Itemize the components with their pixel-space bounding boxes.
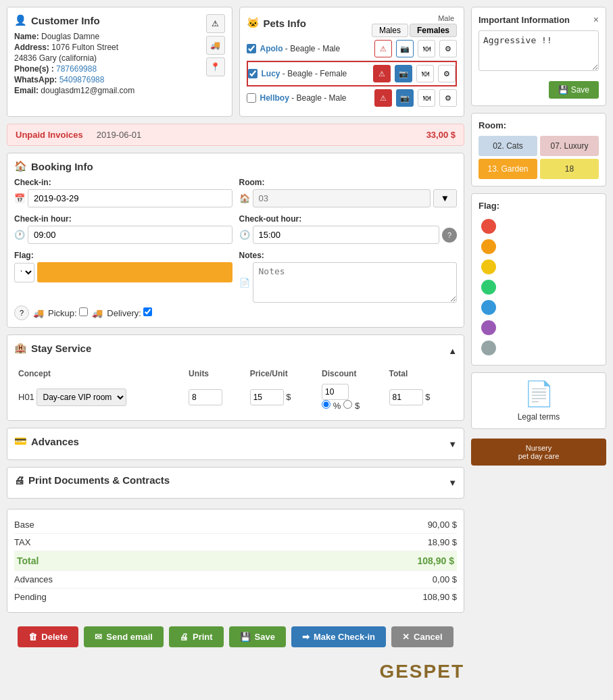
pet-camera-lucy[interactable]: 📷: [395, 65, 412, 82]
customer-alert-btn[interactable]: ⚠: [206, 14, 225, 33]
pet-settings-hellboy[interactable]: ⚙: [439, 89, 457, 107]
checkin-button[interactable]: ➡ Make Check-in: [291, 626, 386, 647]
legal-card[interactable]: 📄 Legal terms: [471, 372, 606, 429]
pet-camera-hellboy[interactable]: 📷: [396, 89, 414, 107]
tax-value: 18,90 $: [428, 537, 457, 547]
customer-whatsapp-link[interactable]: 5409876988: [59, 75, 105, 84]
checkout-hour-group: Check-out hour: 🕐 ?: [239, 214, 458, 244]
service-total-input[interactable]: [389, 389, 423, 405]
pet-name-hellboy: Hellboy - Beagle - Male: [260, 93, 371, 103]
notes-textarea[interactable]: [253, 262, 458, 303]
service-select[interactable]: Day-care VIP room: [36, 389, 126, 406]
cancel-button[interactable]: ✕ Cancel: [391, 626, 453, 647]
summary-pending-row: Pending 108,90 $: [14, 589, 457, 605]
checkin-hour-group: Check-in hour: 🕐: [14, 214, 232, 244]
save-button[interactable]: 💾 Save: [229, 626, 286, 647]
flag-circle-blue[interactable]: [481, 300, 496, 315]
base-label: Base: [14, 520, 34, 530]
pet-row-apolo: Apolo - Beagle - Male ⚠ 📷 🍽 ⚙: [247, 37, 458, 61]
customer-phone-link[interactable]: 787669988: [56, 64, 97, 74]
send-email-button[interactable]: ✉ Send email: [84, 626, 164, 647]
summary-advances-row: Advances 0,00 $: [14, 571, 457, 589]
pet-alert-hellboy[interactable]: ⚠: [374, 89, 392, 107]
important-info-textarea[interactable]: Aggressive !!: [479, 30, 599, 71]
pending-label: Pending: [14, 592, 47, 602]
customer-truck-btn[interactable]: 🚚: [206, 36, 225, 55]
pet-menu-lucy[interactable]: 🍽: [416, 65, 434, 82]
flag-select[interactable]: ▼: [14, 263, 34, 282]
checkout-hour-input-row: 🕐 ?: [239, 226, 458, 244]
customer-location-btn[interactable]: 📍: [206, 57, 225, 76]
pet-alert-lucy[interactable]: ⚠: [373, 65, 391, 82]
stay-service-section: 🏨 Stay Service ▲ Concept Units Price/Uni…: [7, 334, 464, 421]
stay-service-title: 🏨 Stay Service: [14, 342, 91, 354]
gender-display: Male: [438, 14, 454, 22]
summary-total-row: Total 108,90 $: [14, 551, 457, 571]
customer-actions: ⚠ 🚚 📍: [206, 14, 225, 76]
print-header[interactable]: 🖨 Print Documents & Contracts ▼: [14, 474, 457, 491]
summary-tax-row: TAX 18,90 $: [14, 534, 457, 551]
pet-menu-apolo[interactable]: 🍽: [418, 40, 435, 57]
save-important-icon: 💾: [558, 85, 568, 95]
customer-info-section: 👤 Customer Info ⚠ 🚚 📍 Name: Douglas Damn…: [7, 7, 232, 117]
important-close-btn[interactable]: ×: [593, 14, 599, 25]
room-input[interactable]: [253, 189, 431, 207]
room-cats[interactable]: 02. Cats: [479, 136, 537, 156]
checkin-hour-input[interactable]: [28, 226, 232, 244]
males-tab[interactable]: Males: [372, 24, 408, 37]
pet-camera-apolo[interactable]: 📷: [396, 40, 414, 57]
pickup-label: Pickup:: [48, 307, 88, 318]
room-dropdown-btn[interactable]: ▼: [433, 189, 457, 207]
checkout-hour-input[interactable]: [253, 226, 440, 244]
room-luxury[interactable]: 07. Luxury: [540, 136, 599, 156]
pet-menu-hellboy[interactable]: 🍽: [418, 89, 435, 107]
gespet-text: GESPET: [379, 661, 464, 682]
pet-alert-apolo[interactable]: ⚠: [374, 40, 392, 57]
flag-circle-gray[interactable]: [481, 341, 496, 355]
calendar-icon: 📅: [14, 193, 25, 203]
flag-circle-orange[interactable]: [481, 239, 496, 254]
advances-value: 0,00 $: [433, 574, 457, 584]
col-total: Total: [385, 366, 458, 381]
important-save-btn[interactable]: 💾 Save: [549, 81, 599, 99]
pet-checkbox-hellboy[interactable]: [247, 93, 256, 103]
delete-button[interactable]: 🗑 Delete: [18, 626, 78, 647]
delivery-checkbox[interactable]: [143, 307, 152, 316]
flag-circle-yellow[interactable]: [481, 259, 496, 274]
service-units-input[interactable]: [189, 389, 222, 405]
room-group: Room: 🏠 ▼: [239, 178, 458, 207]
pet-checkbox-apolo[interactable]: [247, 44, 256, 53]
pet-checkbox-lucy[interactable]: [248, 69, 258, 78]
flag-circle-purple[interactable]: [481, 320, 496, 335]
service-discount-input[interactable]: [322, 384, 349, 400]
service-price-input[interactable]: [250, 389, 284, 405]
room-garden[interactable]: 13. Garden: [479, 159, 537, 179]
col-discount: Discount: [318, 366, 385, 381]
percent-radio[interactable]: [322, 400, 330, 409]
nursery-line2: pet day care: [476, 452, 601, 460]
cancel-icon: ✕: [402, 632, 410, 642]
flag-circle-green[interactable]: [481, 280, 496, 295]
advances-header[interactable]: 💳 Advances ▼: [14, 435, 457, 453]
checkout-help-btn[interactable]: ?: [442, 228, 457, 243]
stay-service-header[interactable]: 🏨 Stay Service ▲: [14, 342, 457, 359]
pet-settings-lucy[interactable]: ⚙: [438, 65, 456, 82]
unpaid-invoices: Unpaid Invoices 2019-06-01 33,00 $: [7, 124, 464, 146]
service-units-cell: [185, 381, 246, 414]
flag-circle-red[interactable]: [481, 219, 496, 234]
unpaid-amount: 33,00 $: [426, 130, 456, 140]
print-button[interactable]: 🖨 Print: [169, 626, 224, 647]
females-tab[interactable]: Females: [410, 24, 457, 37]
room-18[interactable]: 18: [540, 159, 599, 179]
stay-service-table: Concept Units Price/Unit Discount Total …: [14, 366, 457, 414]
booking-info-section: 🏠 Booking Info Check-in: 📅 Room:: [7, 153, 464, 328]
dollar-radio[interactable]: [343, 400, 352, 409]
checkin-input[interactable]: [28, 189, 232, 207]
pickup-checkbox[interactable]: [79, 307, 88, 316]
door-info-btn[interactable]: ?: [14, 305, 29, 320]
legal-label: Legal terms: [479, 412, 599, 422]
service-row: H01 Day-care VIP room $: [14, 381, 457, 414]
pet-settings-apolo[interactable]: ⚙: [439, 40, 457, 57]
summary-section: Base 90,00 $ TAX 18,90 $ Total 108,90 $ …: [7, 509, 464, 613]
booking-grid: Check-in: 📅 Room: 🏠 ▼: [14, 178, 457, 303]
